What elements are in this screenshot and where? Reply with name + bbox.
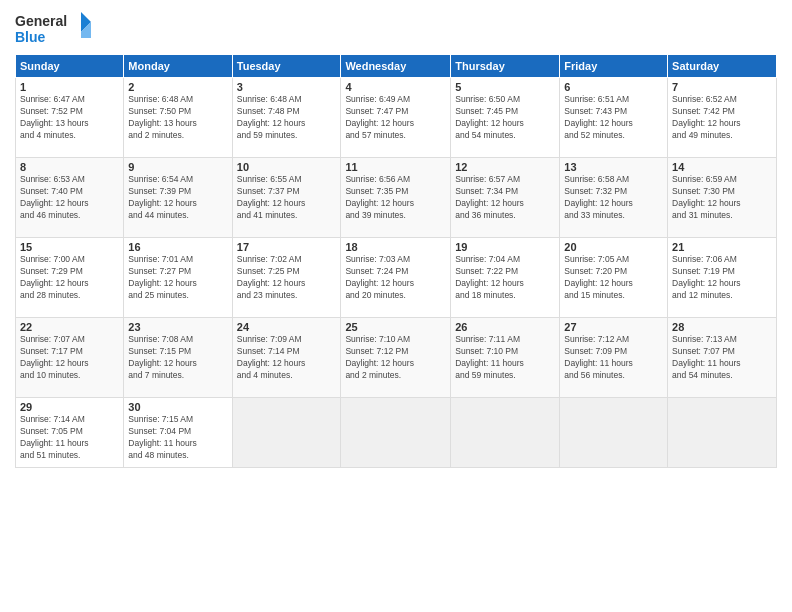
- day-number: 23: [128, 321, 227, 333]
- day-info: Sunrise: 7:12 AMSunset: 7:09 PMDaylight:…: [564, 334, 663, 382]
- calendar-cell: 28Sunrise: 7:13 AMSunset: 7:07 PMDayligh…: [668, 318, 777, 398]
- day-info: Sunrise: 6:56 AMSunset: 7:35 PMDaylight:…: [345, 174, 446, 222]
- calendar-cell: 13Sunrise: 6:58 AMSunset: 7:32 PMDayligh…: [560, 158, 668, 238]
- calendar-header-row: SundayMondayTuesdayWednesdayThursdayFrid…: [16, 55, 777, 78]
- day-info: Sunrise: 6:54 AMSunset: 7:39 PMDaylight:…: [128, 174, 227, 222]
- day-number: 1: [20, 81, 119, 93]
- day-info: Sunrise: 6:53 AMSunset: 7:40 PMDaylight:…: [20, 174, 119, 222]
- day-info: Sunrise: 6:58 AMSunset: 7:32 PMDaylight:…: [564, 174, 663, 222]
- weekday-header: Tuesday: [232, 55, 341, 78]
- day-number: 11: [345, 161, 446, 173]
- calendar-cell: 10Sunrise: 6:55 AMSunset: 7:37 PMDayligh…: [232, 158, 341, 238]
- calendar-cell: 23Sunrise: 7:08 AMSunset: 7:15 PMDayligh…: [124, 318, 232, 398]
- calendar-cell: 1Sunrise: 6:47 AMSunset: 7:52 PMDaylight…: [16, 78, 124, 158]
- calendar-cell: 7Sunrise: 6:52 AMSunset: 7:42 PMDaylight…: [668, 78, 777, 158]
- day-number: 4: [345, 81, 446, 93]
- day-info: Sunrise: 7:03 AMSunset: 7:24 PMDaylight:…: [345, 254, 446, 302]
- day-number: 13: [564, 161, 663, 173]
- day-number: 14: [672, 161, 772, 173]
- day-number: 20: [564, 241, 663, 253]
- day-info: Sunrise: 6:52 AMSunset: 7:42 PMDaylight:…: [672, 94, 772, 142]
- day-number: 12: [455, 161, 555, 173]
- day-info: Sunrise: 7:07 AMSunset: 7:17 PMDaylight:…: [20, 334, 119, 382]
- calendar-cell: 21Sunrise: 7:06 AMSunset: 7:19 PMDayligh…: [668, 238, 777, 318]
- calendar-cell: 19Sunrise: 7:04 AMSunset: 7:22 PMDayligh…: [451, 238, 560, 318]
- day-info: Sunrise: 7:05 AMSunset: 7:20 PMDaylight:…: [564, 254, 663, 302]
- logo: GeneralBlue: [15, 10, 95, 48]
- day-info: Sunrise: 7:01 AMSunset: 7:27 PMDaylight:…: [128, 254, 227, 302]
- day-info: Sunrise: 7:04 AMSunset: 7:22 PMDaylight:…: [455, 254, 555, 302]
- day-info: Sunrise: 6:59 AMSunset: 7:30 PMDaylight:…: [672, 174, 772, 222]
- day-info: Sunrise: 6:48 AMSunset: 7:50 PMDaylight:…: [128, 94, 227, 142]
- calendar-cell: 2Sunrise: 6:48 AMSunset: 7:50 PMDaylight…: [124, 78, 232, 158]
- calendar-week-row: 1Sunrise: 6:47 AMSunset: 7:52 PMDaylight…: [16, 78, 777, 158]
- weekday-header: Monday: [124, 55, 232, 78]
- day-number: 8: [20, 161, 119, 173]
- day-info: Sunrise: 7:10 AMSunset: 7:12 PMDaylight:…: [345, 334, 446, 382]
- day-info: Sunrise: 6:47 AMSunset: 7:52 PMDaylight:…: [20, 94, 119, 142]
- day-info: Sunrise: 6:50 AMSunset: 7:45 PMDaylight:…: [455, 94, 555, 142]
- day-number: 7: [672, 81, 772, 93]
- calendar-week-row: 29Sunrise: 7:14 AMSunset: 7:05 PMDayligh…: [16, 398, 777, 468]
- day-info: Sunrise: 7:13 AMSunset: 7:07 PMDaylight:…: [672, 334, 772, 382]
- calendar-cell: 4Sunrise: 6:49 AMSunset: 7:47 PMDaylight…: [341, 78, 451, 158]
- weekday-header: Friday: [560, 55, 668, 78]
- day-number: 27: [564, 321, 663, 333]
- calendar-cell: 6Sunrise: 6:51 AMSunset: 7:43 PMDaylight…: [560, 78, 668, 158]
- calendar-cell: 26Sunrise: 7:11 AMSunset: 7:10 PMDayligh…: [451, 318, 560, 398]
- calendar-week-row: 22Sunrise: 7:07 AMSunset: 7:17 PMDayligh…: [16, 318, 777, 398]
- day-info: Sunrise: 7:11 AMSunset: 7:10 PMDaylight:…: [455, 334, 555, 382]
- day-info: Sunrise: 7:14 AMSunset: 7:05 PMDaylight:…: [20, 414, 119, 462]
- weekday-header: Saturday: [668, 55, 777, 78]
- calendar-cell: 24Sunrise: 7:09 AMSunset: 7:14 PMDayligh…: [232, 318, 341, 398]
- day-number: 21: [672, 241, 772, 253]
- calendar-cell: 3Sunrise: 6:48 AMSunset: 7:48 PMDaylight…: [232, 78, 341, 158]
- svg-text:General: General: [15, 13, 67, 29]
- svg-text:Blue: Blue: [15, 29, 46, 45]
- day-info: Sunrise: 6:49 AMSunset: 7:47 PMDaylight:…: [345, 94, 446, 142]
- day-info: Sunrise: 6:55 AMSunset: 7:37 PMDaylight:…: [237, 174, 337, 222]
- day-number: 16: [128, 241, 227, 253]
- calendar-cell: 15Sunrise: 7:00 AMSunset: 7:29 PMDayligh…: [16, 238, 124, 318]
- day-info: Sunrise: 7:06 AMSunset: 7:19 PMDaylight:…: [672, 254, 772, 302]
- day-info: Sunrise: 7:08 AMSunset: 7:15 PMDaylight:…: [128, 334, 227, 382]
- calendar-cell: [232, 398, 341, 468]
- calendar-cell: 14Sunrise: 6:59 AMSunset: 7:30 PMDayligh…: [668, 158, 777, 238]
- weekday-header: Sunday: [16, 55, 124, 78]
- calendar-cell: 27Sunrise: 7:12 AMSunset: 7:09 PMDayligh…: [560, 318, 668, 398]
- day-number: 3: [237, 81, 337, 93]
- calendar-container: GeneralBlue SundayMondayTuesdayWednesday…: [0, 0, 792, 612]
- day-info: Sunrise: 6:48 AMSunset: 7:48 PMDaylight:…: [237, 94, 337, 142]
- calendar-cell: 9Sunrise: 6:54 AMSunset: 7:39 PMDaylight…: [124, 158, 232, 238]
- day-number: 15: [20, 241, 119, 253]
- day-number: 17: [237, 241, 337, 253]
- day-info: Sunrise: 7:02 AMSunset: 7:25 PMDaylight:…: [237, 254, 337, 302]
- calendar-cell: 16Sunrise: 7:01 AMSunset: 7:27 PMDayligh…: [124, 238, 232, 318]
- day-number: 6: [564, 81, 663, 93]
- day-number: 10: [237, 161, 337, 173]
- day-number: 2: [128, 81, 227, 93]
- day-number: 28: [672, 321, 772, 333]
- weekday-header: Thursday: [451, 55, 560, 78]
- calendar-cell: 20Sunrise: 7:05 AMSunset: 7:20 PMDayligh…: [560, 238, 668, 318]
- calendar-cell: 8Sunrise: 6:53 AMSunset: 7:40 PMDaylight…: [16, 158, 124, 238]
- day-number: 19: [455, 241, 555, 253]
- day-number: 22: [20, 321, 119, 333]
- calendar-cell: 18Sunrise: 7:03 AMSunset: 7:24 PMDayligh…: [341, 238, 451, 318]
- day-number: 9: [128, 161, 227, 173]
- weekday-header: Wednesday: [341, 55, 451, 78]
- calendar-cell: 30Sunrise: 7:15 AMSunset: 7:04 PMDayligh…: [124, 398, 232, 468]
- day-number: 26: [455, 321, 555, 333]
- day-info: Sunrise: 7:00 AMSunset: 7:29 PMDaylight:…: [20, 254, 119, 302]
- day-number: 24: [237, 321, 337, 333]
- calendar-week-row: 15Sunrise: 7:00 AMSunset: 7:29 PMDayligh…: [16, 238, 777, 318]
- logo-svg: GeneralBlue: [15, 10, 95, 48]
- calendar-cell: [451, 398, 560, 468]
- header: GeneralBlue: [15, 10, 777, 48]
- calendar-cell: 25Sunrise: 7:10 AMSunset: 7:12 PMDayligh…: [341, 318, 451, 398]
- calendar-cell: 22Sunrise: 7:07 AMSunset: 7:17 PMDayligh…: [16, 318, 124, 398]
- calendar-cell: 12Sunrise: 6:57 AMSunset: 7:34 PMDayligh…: [451, 158, 560, 238]
- calendar-table: SundayMondayTuesdayWednesdayThursdayFrid…: [15, 54, 777, 468]
- calendar-cell: 5Sunrise: 6:50 AMSunset: 7:45 PMDaylight…: [451, 78, 560, 158]
- day-info: Sunrise: 7:15 AMSunset: 7:04 PMDaylight:…: [128, 414, 227, 462]
